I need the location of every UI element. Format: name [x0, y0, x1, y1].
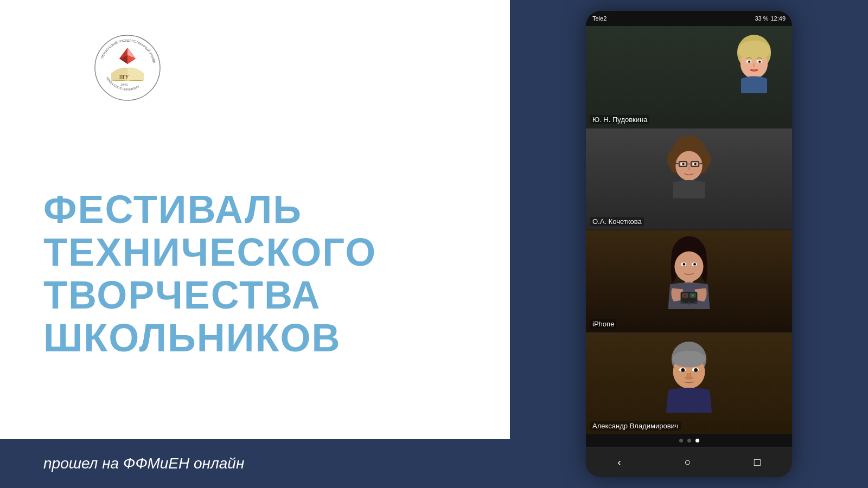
svg-point-45: [693, 263, 696, 266]
svg-point-37: [682, 163, 685, 165]
university-logo: ПЕНЗЕНСКИЙ ГОСУДАРСТВЕННЫЙ УНИВЕРСИТЕТ P…: [92, 33, 163, 105]
svg-point-53: [694, 301, 698, 304]
footer-text: прошел на ФФМиЕН онлайн: [43, 455, 244, 472]
dot-2[interactable]: [687, 439, 691, 442]
slide-footer: прошел на ФФМиЕН онлайн: [0, 439, 510, 488]
festival-title: ФЕСТИВАЛЬ ТЕХНИЧЕСКОГО ТВОРЧЕСТВА ШКОЛЬН…: [43, 188, 467, 360]
participant-1-label: Ю. Н. Пудовкина: [590, 115, 649, 124]
participant-4-label: Александр Владимирович: [590, 421, 681, 431]
dot-3[interactable]: [695, 439, 699, 442]
phone-frame: Tele2 33 % 12:49: [586, 11, 792, 477]
pagination-dots: [586, 434, 792, 447]
svg-point-49: [684, 294, 686, 297]
svg-point-65: [688, 376, 693, 380]
svg-point-52: [687, 301, 691, 305]
slide-content: ПЕНЗЕНСКИЙ ГОСУДАРСТВЕННЫЙ УНИВЕРСИТЕТ P…: [0, 0, 510, 439]
phone-nav-bar: ‹ ○ □: [586, 447, 792, 477]
nav-home-button[interactable]: ○: [684, 456, 691, 468]
svg-point-62: [682, 368, 685, 370]
nav-back-button[interactable]: ‹: [617, 456, 621, 468]
video-grid: Ю. Н. Пудовкина: [586, 26, 792, 434]
svg-text:1943: 1943: [120, 83, 128, 86]
video-cell-2: О.А. Кочеткова: [586, 129, 792, 230]
video-cell-1: Ю. Н. Пудовкина: [586, 26, 792, 127]
svg-point-44: [682, 263, 685, 266]
nav-recent-button[interactable]: □: [754, 456, 761, 468]
participant-3-label: iPhone: [590, 319, 616, 329]
svg-point-16: [738, 41, 770, 60]
svg-point-21: [749, 61, 750, 62]
svg-point-38: [694, 163, 697, 165]
phone-panel: Tele2 33 % 12:49: [510, 0, 868, 488]
phone-status-bar: Tele2 33 % 12:49: [586, 11, 792, 26]
slide-panel: ПЕНЗЕНСКИЙ ГОСУДАРСТВЕННЫЙ УНИВЕРСИТЕТ P…: [0, 0, 510, 488]
video-cell-3: iPhone: [586, 230, 792, 332]
svg-point-51: [681, 301, 684, 304]
dot-1[interactable]: [679, 439, 683, 442]
svg-point-22: [760, 61, 761, 62]
video-cell-4: Александр Владимирович: [586, 333, 792, 434]
svg-point-63: [695, 368, 698, 370]
svg-text:ПГУ: ПГУ: [119, 75, 129, 80]
status-right: 33 % 12:49: [755, 15, 786, 22]
svg-point-57: [672, 350, 706, 367]
battery-text: 33 %: [755, 15, 768, 22]
participant-2-label: О.А. Кочеткова: [590, 217, 644, 226]
carrier-text: Tele2: [592, 15, 607, 22]
time-text: 12:49: [770, 15, 786, 22]
svg-point-41: [674, 252, 703, 282]
svg-point-50: [692, 294, 694, 297]
